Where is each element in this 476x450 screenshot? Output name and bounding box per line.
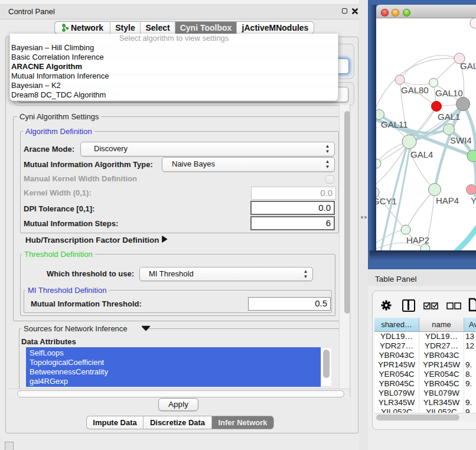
svg-text:GAL4: GAL4	[410, 149, 433, 159]
svg-text:GAL80: GAL80	[401, 85, 429, 95]
svg-text:GAL10: GAL10	[435, 88, 463, 98]
svg-text:HAP4: HAP4	[436, 195, 459, 206]
svg-text:YD: YD	[471, 195, 476, 206]
svg-text:SWI4: SWI4	[450, 135, 472, 145]
svg-text:HAP2: HAP2	[406, 235, 429, 245]
svg-text:GAL1: GAL1	[438, 112, 460, 122]
svg-text:GAL11: GAL11	[381, 119, 408, 129]
svg-text:GCY1: GCY1	[376, 196, 397, 206]
svg-text:GAL2: GAL2	[460, 61, 476, 71]
